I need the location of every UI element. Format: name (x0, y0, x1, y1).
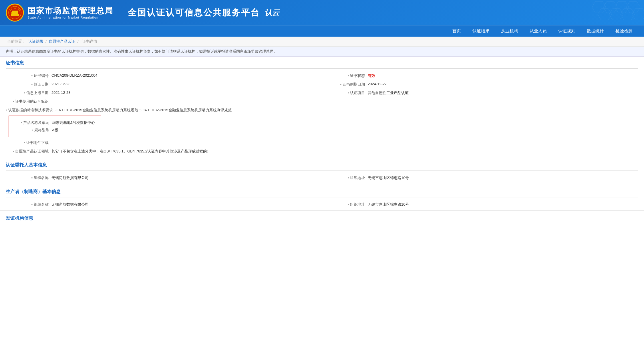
breadcrumb-sep-2: / (77, 39, 79, 43)
nav-personnel[interactable]: 从业人员 (524, 25, 552, 37)
cert-status-pair: 证书状态 有效 (322, 72, 638, 80)
issuer-section-title: 发证机构信息 (6, 212, 638, 224)
org-title-cn: 国家市场监督管理总局 (27, 6, 113, 16)
accreditation-label: 证书使用的认可标识 (6, 99, 51, 104)
client-section: 认证委托人基本信息 组织名称 无锡尚航数据有限公司 组织地址 无锡市惠山区锦惠路… (0, 159, 644, 182)
svg-marker-14 (598, 9, 612, 20)
nav-inspect[interactable]: 检验检测 (610, 25, 638, 37)
nav-stats[interactable]: 数据统计 (581, 25, 610, 37)
report-date-value: 2021-12-28 (51, 90, 322, 95)
notice-bar: 声明：认证结果信息由颁发证书的认证机构提供，数据的真实性、准确性由认证机构负责，… (0, 47, 644, 57)
breadcrumb-item-3: 证书详情 (82, 39, 97, 43)
report-date-pair: 信息上报日期 2021-12-28 (6, 89, 322, 97)
spec-row: 规格型号 A级 (15, 126, 95, 134)
issue-date-label: 颁证日期 (6, 82, 51, 87)
cert-section-title: 证书信息 (6, 57, 638, 69)
svg-marker-17 (632, 9, 644, 20)
cert-row-2: 颁证日期 2021-12-28 证书到期日期 2024-12-27 (6, 80, 638, 89)
platform-text: 全国认证认可信息公共服务平台 (128, 7, 260, 19)
cert-row-domain: 自愿性产品认证领域 其它（不包含在上述分类中，在GB/T7635.1、GB/T7… (6, 147, 638, 156)
cert-section: 证书信息 证书编号 CNCA208-DLRZA-2021004 证书状态 有效 … (0, 57, 644, 156)
report-date-label: 信息上报日期 (6, 90, 51, 96)
cert-row-3: 信息上报日期 2021-12-28 认证项目 其他自愿性工业产品认证 (6, 89, 638, 97)
highlight-box: 产品名称及单元 华东云基地1号楼数据中心 规格型号 A级 (9, 116, 101, 137)
cert-row-1: 证书编号 CNCA208-DLRZA-2021004 证书状态 有效 (6, 72, 638, 80)
breadcrumb-item-2[interactable]: 自愿性产品认证 (49, 39, 75, 43)
client-row-1: 组织名称 无锡尚航数据有限公司 组织地址 无锡市惠山区锦惠路10号 (6, 174, 638, 182)
client-address-value: 无锡市惠山区锦惠路10号 (368, 175, 638, 181)
org-title-en: State Administration for Market Regulati… (27, 16, 113, 19)
manufacturer-address-label: 组织地址 (322, 202, 368, 207)
notice-text: 声明：认证结果信息由颁发证书的认证机构提供，数据的真实性、准确性由认证机构负责，… (6, 49, 277, 53)
domain-value: 其它（不包含在上述分类中，在GB/T7635.1、GB/T7635.2认证内容中… (51, 149, 638, 154)
cert-project-label: 认证项目 (322, 90, 368, 96)
client-address-pair: 组织地址 无锡市惠山区锦惠路10号 (322, 174, 638, 182)
nav-org[interactable]: 从业机构 (495, 25, 524, 37)
svg-marker-11 (603, 1, 617, 13)
cert-row-attachment: 证书附件下载 (6, 138, 638, 147)
svg-text:★: ★ (14, 7, 16, 10)
client-address-label: 组织地址 (322, 175, 368, 181)
divider-1 (0, 157, 644, 157)
product-name-value: 华东云基地1号楼数据中心 (52, 120, 95, 125)
product-name-label: 产品名称及单元 (15, 120, 52, 125)
platform-logo: 认云 (265, 8, 279, 18)
cert-number-value: CNCA208-DLRZA-2021004 (51, 73, 322, 78)
breadcrumb-item-1[interactable]: 认证结果 (28, 39, 43, 43)
divider-3 (0, 210, 644, 211)
issue-date-value: 2021-12-28 (51, 82, 322, 86)
client-name-value: 无锡尚航数据有限公司 (51, 175, 322, 181)
divider-2 (0, 184, 644, 184)
cert-row-5: 认证依据的标准和技术要求 JR/T 0131-2015金融业信息系统机房动力系统… (6, 106, 638, 114)
client-section-title: 认证委托人基本信息 (6, 159, 638, 171)
svg-marker-16 (621, 9, 635, 20)
breadcrumb-prefix: 当前位置： (7, 39, 26, 43)
spec-label: 规格型号 (15, 128, 52, 133)
manufacturer-name-label: 组织名称 (6, 202, 51, 207)
cert-status-label: 证书状态 (322, 73, 368, 78)
product-name-row: 产品名称及单元 华东云基地1号楼数据中心 (15, 119, 95, 126)
header: ★ ★ ★ ★ ★ 国家市场监督管理总局 State Administratio… (0, 0, 644, 25)
cert-status-value: 有效 (368, 73, 638, 78)
manufacturer-row-1: 组织名称 无锡尚航数据有限公司 组织地址 无锡市惠山区锦惠路10号 (6, 200, 638, 209)
expire-date-pair: 证书到期日期 2024-12-27 (322, 80, 638, 89)
breadcrumb: 当前位置： 认证结果 / 自愿性产品认证 / 证书详情 (0, 37, 644, 47)
standard-value: JR/T 0131-2015金融业信息系统机房动力系统规范；JR/T 0132-… (56, 108, 638, 113)
cert-project-pair: 认证项目 其他自愿性工业产品认证 (322, 89, 638, 97)
nav-home[interactable]: 首页 (447, 25, 467, 37)
svg-rect-4 (12, 11, 18, 12)
hexagon-decoration (587, 0, 644, 23)
platform-area: 全国认证认可信息公共服务平台 认云 (128, 7, 279, 19)
svg-marker-10 (592, 1, 606, 13)
cert-project-value: 其他自愿性工业产品认证 (368, 90, 638, 96)
cert-number-label: 证书编号 (6, 73, 51, 78)
standard-label: 认证依据的标准和技术要求 (6, 108, 56, 113)
svg-marker-12 (615, 1, 629, 13)
logo-area: ★ ★ ★ ★ ★ 国家市场监督管理总局 State Administratio… (6, 3, 119, 22)
svg-rect-2 (11, 14, 19, 16)
svg-rect-3 (11, 12, 18, 14)
manufacturer-section-title: 生产者（制造商）基本信息 (6, 185, 638, 197)
manufacturer-name-value: 无锡尚航数据有限公司 (51, 202, 322, 207)
svg-marker-15 (609, 9, 623, 20)
national-emblem: ★ ★ ★ ★ ★ (6, 3, 24, 22)
expire-date-label: 证书到期日期 (322, 82, 368, 87)
manufacturer-name-pair: 组织名称 无锡尚航数据有限公司 (6, 200, 322, 209)
expire-date-value: 2024-12-27 (368, 82, 638, 86)
manufacturer-address-pair: 组织地址 无锡市惠山区锦惠路10号 (322, 200, 638, 209)
svg-marker-13 (626, 1, 640, 13)
cert-row-4: 证书使用的认可标识 (6, 97, 638, 106)
cert-number-pair: 证书编号 CNCA208-DLRZA-2021004 (6, 72, 322, 80)
nav-cert-result[interactable]: 认证结果 (467, 25, 495, 37)
manufacturer-section: 生产者（制造商）基本信息 组织名称 无锡尚航数据有限公司 组织地址 无锡市惠山区… (0, 185, 644, 209)
navbar: 首页 认证结果 从业机构 从业人员 认证规则 数据统计 检验检测 (0, 25, 644, 37)
client-name-pair: 组织名称 无锡尚航数据有限公司 (6, 174, 322, 182)
spec-value: A级 (52, 128, 95, 133)
highlight-container: 产品名称及单元 华东云基地1号楼数据中心 规格型号 A级 (6, 116, 638, 137)
issuer-section: 发证机构信息 (0, 212, 644, 224)
svg-text:★: ★ (10, 10, 11, 12)
svg-text:★: ★ (19, 10, 20, 12)
issue-date-pair: 颁证日期 2021-12-28 (6, 80, 322, 89)
nav-rules[interactable]: 认证规则 (552, 25, 581, 37)
domain-label: 自愿性产品认证领域 (6, 149, 51, 154)
